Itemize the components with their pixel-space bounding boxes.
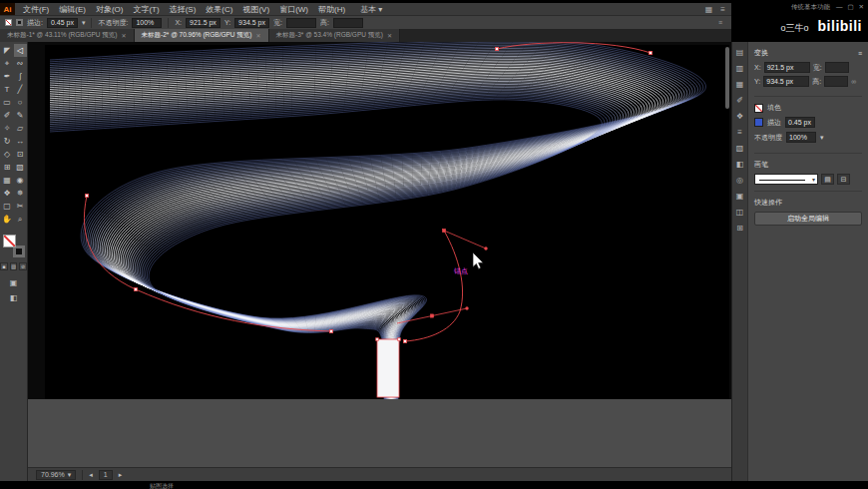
fill-swatch-icon[interactable]	[5, 19, 12, 26]
workspace-switcher[interactable]: 基本 ▾	[360, 4, 382, 15]
width-tool[interactable]: ◇	[1, 148, 14, 161]
color-panel-icon[interactable]: ▤	[736, 48, 744, 57]
paintbrush-tool[interactable]: ✐	[1, 109, 14, 122]
chevron-down-icon[interactable]: ▾	[82, 19, 86, 27]
direct-selection-tool[interactable]: ◁	[14, 44, 27, 57]
menu-bar-menu-icon[interactable]: ≡	[720, 5, 725, 14]
free-transform-tool[interactable]: ⊡	[14, 148, 27, 161]
brushes-panel-icon[interactable]: ✐	[736, 96, 743, 105]
anchor-point[interactable]	[376, 338, 379, 341]
symbol-sprayer-tool[interactable]: ✵	[14, 187, 27, 200]
artboards-panel-icon[interactable]: ⊞	[736, 224, 743, 233]
artboard-tool[interactable]: ▢	[1, 200, 14, 213]
panel-menu-icon[interactable]: ≡	[858, 50, 862, 57]
stroke-swatch-icon[interactable]	[16, 19, 23, 26]
artboard-number-field[interactable]: 1	[99, 470, 113, 480]
brush-options-icon[interactable]: ⊟	[837, 174, 850, 185]
anchor-point[interactable]	[85, 194, 88, 197]
height-field[interactable]	[824, 76, 848, 87]
fill-swatch[interactable]	[754, 104, 763, 113]
minimize-button[interactable]: —	[836, 3, 843, 11]
brush-libraries-icon[interactable]: ▤	[821, 174, 834, 185]
scale-tool[interactable]: ↔	[14, 135, 27, 148]
eyedropper-tool[interactable]: ◉	[14, 174, 27, 187]
width-field[interactable]	[286, 18, 316, 28]
screen-mode-icon[interactable]: ◧	[10, 293, 18, 302]
vertical-scrollbar[interactable]	[725, 47, 729, 109]
fill-stroke-indicator[interactable]	[3, 235, 25, 257]
y-field[interactable]: 934.5 px	[234, 18, 269, 28]
stroke-weight-field[interactable]: 0.45 px	[785, 117, 815, 128]
magic-wand-tool[interactable]: ⌖	[1, 57, 14, 70]
opacity-field[interactable]: 100%	[132, 18, 162, 28]
selected-path-top[interactable]	[497, 43, 651, 53]
color-guide-panel-icon[interactable]: ▥	[736, 64, 744, 73]
menu-item[interactable]: 对象(O)	[91, 4, 129, 15]
selected-anchor-point[interactable]	[442, 229, 445, 232]
x-field[interactable]: 921.5 px	[764, 62, 810, 73]
artboard-prev-icon[interactable]: ◂	[89, 471, 93, 479]
appearance-panel-icon[interactable]: ◎	[736, 176, 743, 185]
draw-mode-icon[interactable]: ▣	[10, 278, 18, 287]
type-tool[interactable]: T	[1, 83, 14, 96]
tab-close-icon[interactable]: ✕	[387, 32, 392, 39]
anchor-point[interactable]	[329, 329, 332, 332]
symbols-panel-icon[interactable]: ❖	[736, 112, 743, 121]
menu-item[interactable]: 帮助(H)	[313, 4, 350, 15]
fill-color-swatch[interactable]	[3, 235, 16, 247]
gradient-mode-button[interactable]: ▧	[10, 262, 18, 270]
direction-handle-line[interactable]	[444, 231, 486, 248]
ellipse-tool[interactable]: ○	[14, 96, 27, 109]
anchor-point[interactable]	[134, 287, 137, 290]
rectangle-tool[interactable]: ▭	[1, 96, 14, 109]
anchor-point[interactable]	[649, 51, 651, 54]
pen-tool[interactable]: ✒	[1, 70, 14, 83]
menu-item[interactable]: 窗口(W)	[274, 4, 313, 15]
blend-source-rectangle[interactable]	[377, 339, 399, 397]
x-field[interactable]: 921.5 px	[186, 18, 220, 28]
gradient-tool[interactable]: ▧	[14, 161, 27, 174]
none-mode-button[interactable]: ⊘	[19, 262, 27, 270]
constrain-proportions-icon[interactable]: ∞	[851, 78, 856, 85]
blend-tool[interactable]: ❖	[1, 187, 14, 200]
anchor-point[interactable]	[403, 339, 406, 342]
width-field[interactable]	[825, 62, 849, 73]
gradient-panel-icon[interactable]: ▧	[736, 144, 744, 153]
hand-tool[interactable]: ✋	[1, 213, 14, 226]
slice-tool[interactable]: ✂	[14, 200, 27, 213]
menu-item[interactable]: 视图(V)	[237, 4, 274, 15]
tab-close-icon[interactable]: ✕	[256, 32, 261, 39]
document-tab[interactable]: 未标题-2* @ 70.96% (RGB/GPU 预览) ✕	[135, 29, 269, 42]
stroke-panel-icon[interactable]: ≡	[737, 128, 742, 137]
layers-panel-icon[interactable]: ◫	[736, 208, 744, 217]
zoom-control[interactable]: 70.96% ▾	[36, 470, 76, 480]
selection-tool[interactable]: ◤	[1, 44, 14, 57]
canvas[interactable]: 锚点	[28, 42, 731, 467]
opacity-field[interactable]: 100%	[786, 132, 816, 143]
stroke-swatch[interactable]	[754, 118, 763, 127]
transparency-panel-icon[interactable]: ◧	[736, 160, 744, 169]
artboard-next-icon[interactable]: ▸	[119, 471, 123, 479]
rotate-tool[interactable]: ↻	[1, 135, 14, 148]
graphic-styles-panel-icon[interactable]: ▣	[736, 192, 744, 201]
arrange-documents-icon[interactable]: ▦	[705, 5, 713, 14]
shaper-tool[interactable]: ✧	[1, 122, 14, 135]
selected-anchor-point[interactable]	[430, 314, 433, 317]
y-field[interactable]: 934.5 px	[763, 76, 809, 87]
eraser-tool[interactable]: ▱	[14, 122, 27, 135]
menu-item[interactable]: 效果(C)	[201, 4, 237, 15]
direction-handle-end[interactable]	[484, 246, 487, 249]
lasso-tool[interactable]: ∾	[14, 57, 27, 70]
line-segment-tool[interactable]: ╱	[14, 83, 27, 96]
tab-close-icon[interactable]: ✕	[122, 32, 127, 39]
anchor-point[interactable]	[398, 338, 401, 341]
swatches-panel-icon[interactable]: ▦	[736, 80, 744, 89]
direction-handle-end[interactable]	[465, 306, 468, 309]
pencil-tool[interactable]: ✎	[14, 109, 27, 122]
chevron-down-icon[interactable]: ▾	[820, 134, 824, 142]
control-bar-menu-icon[interactable]: ≡	[718, 19, 726, 26]
curvature-tool[interactable]: ∫	[14, 70, 27, 83]
shape-builder-tool[interactable]: ⊞	[1, 161, 14, 174]
restore-button[interactable]: ▢	[847, 3, 853, 11]
menu-item[interactable]: 文字(T)	[128, 4, 164, 15]
